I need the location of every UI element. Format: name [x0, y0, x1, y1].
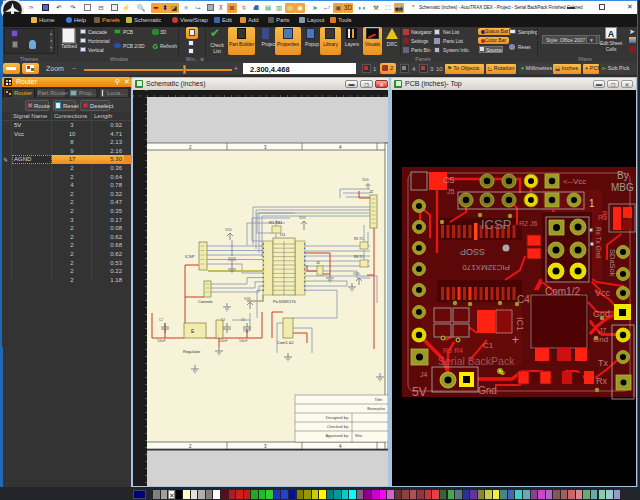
- svg-text:5V: 5V: [412, 385, 427, 399]
- svg-text:J7: J7: [599, 327, 607, 334]
- svg-text:ICSP: ICSP: [481, 217, 511, 232]
- svg-text:She: She: [355, 433, 363, 438]
- svg-text:Designed by:: Designed by:: [326, 415, 349, 420]
- svg-text:Tx: Tx: [598, 358, 608, 368]
- svg-text:100nF: 100nF: [219, 339, 228, 343]
- svg-text:Console: Console: [198, 299, 213, 304]
- svg-text:Pic32MX170: Pic32MX170: [273, 299, 296, 304]
- svg-text:VDD: VDD: [362, 178, 369, 182]
- svg-text:Gnd: Gnd: [478, 385, 497, 396]
- svg-text:Gnd: Gnd: [593, 335, 608, 344]
- svg-text:PIC32MX170: PIC32MX170: [462, 263, 510, 272]
- svg-text:C5: C5: [443, 175, 455, 185]
- svg-text:Gnd: Gnd: [593, 309, 610, 319]
- svg-text:C2: C2: [159, 318, 163, 322]
- svg-text:<--Vcc: <--Vcc: [563, 177, 586, 186]
- svg-text:+: +: [512, 333, 519, 347]
- svg-text:Vcc: Vcc: [595, 288, 611, 298]
- svg-text:J5: J5: [447, 188, 455, 195]
- svg-text:IC1: IC1: [515, 317, 525, 331]
- svg-text:Regulator: Regulator: [183, 349, 201, 354]
- svg-text:Serial BackPack: Serial BackPack: [438, 355, 515, 367]
- svg-text:C6: C6: [241, 318, 245, 322]
- svg-text:Checked by:: Checked by:: [327, 424, 349, 429]
- svg-text:MBG: MBG: [611, 182, 634, 193]
- svg-text:Approved by:: Approved by:: [325, 433, 349, 438]
- svg-text:VDD: VDD: [225, 228, 232, 232]
- svg-text:1: 1: [589, 198, 595, 209]
- svg-text:R5 TC: R5 TC: [354, 237, 364, 241]
- svg-text:⊕: ⊕: [500, 370, 505, 376]
- svg-text:R6 TC: R6 TC: [354, 255, 364, 259]
- svg-text:Com1 &2: Com1 &2: [277, 340, 294, 345]
- svg-text:VDD: VDD: [244, 297, 251, 301]
- svg-text:R1 TB1: R1 TB1: [269, 220, 283, 225]
- svg-text:C3: C3: [221, 318, 225, 322]
- svg-text:100nF: 100nF: [157, 339, 166, 343]
- svg-text:VDD: VDD: [353, 272, 360, 276]
- svg-text:Rx: Rx: [596, 376, 607, 386]
- svg-text:ICSP: ICSP: [185, 254, 195, 259]
- svg-text:SSOP: SSOP: [460, 247, 485, 257]
- svg-text:Title:: Title:: [374, 397, 383, 402]
- svg-text:J4: J4: [316, 261, 320, 265]
- svg-text:R3 R4: R3 R4: [443, 347, 463, 354]
- svg-text:R2 J6: R2 J6: [519, 220, 537, 227]
- svg-text:By: By: [617, 170, 629, 181]
- svg-text:SDaSok: SDaSok: [608, 249, 617, 277]
- svg-text:R2: R2: [601, 211, 608, 220]
- svg-text:100nF: 100nF: [239, 339, 248, 343]
- svg-text:C4: C4: [517, 294, 530, 305]
- svg-text:Com1/2: Com1/2: [545, 286, 580, 297]
- svg-text:Rx Tx Gnd: Rx Tx Gnd: [595, 227, 602, 258]
- svg-text:C1: C1: [483, 341, 494, 350]
- svg-text:VDD: VDD: [299, 216, 306, 220]
- svg-text:Bsomjoho: Bsomjoho: [367, 406, 386, 411]
- svg-text:J4: J4: [420, 371, 428, 378]
